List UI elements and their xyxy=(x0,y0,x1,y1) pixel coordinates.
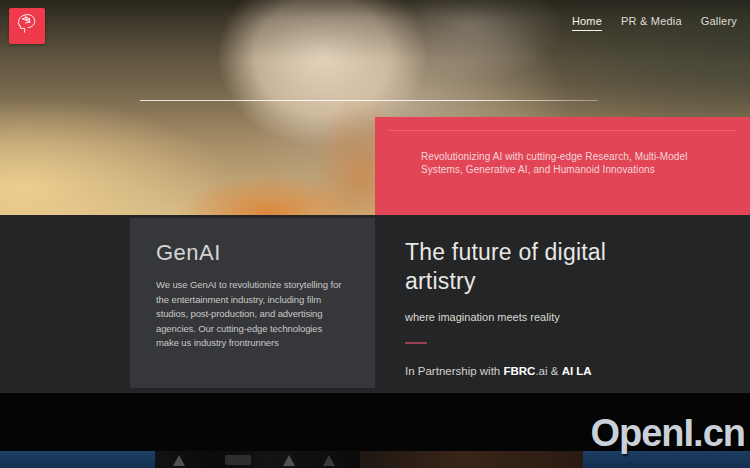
thumbnail-shape xyxy=(323,455,335,466)
site-logo[interactable] xyxy=(9,8,45,44)
genai-card: GenAI We use GenAI to revolutionize stor… xyxy=(130,218,375,388)
partnership-prefix: In Partnership with xyxy=(405,365,500,377)
partnership-line: In Partnership with FBRC.ai & AI LA xyxy=(405,365,705,377)
nav-item-pr-media[interactable]: PR & Media xyxy=(621,15,682,31)
future-subtitle: where imagination meets reality xyxy=(405,311,705,323)
thumbnail-shape xyxy=(173,455,185,466)
openi-watermark: OpenI.cn xyxy=(590,412,745,455)
partnership-ampersand: & xyxy=(551,365,559,377)
partner-aila: AI LA xyxy=(562,365,592,377)
banner-divider-line xyxy=(388,130,736,131)
red-dash-divider xyxy=(405,342,427,344)
hero-red-banner: Revolutionizing AI with cutting-edge Res… xyxy=(375,117,750,215)
future-section: The future of digital artistry where ima… xyxy=(405,238,705,377)
nav-item-gallery[interactable]: Gallery xyxy=(701,15,737,31)
future-title: The future of digital artistry xyxy=(405,238,655,296)
strip-thumbnail-dark-gallery xyxy=(155,451,360,468)
nav-item-home[interactable]: Home xyxy=(572,15,602,31)
content-band: GenAI We use GenAI to revolutionize stor… xyxy=(0,215,750,393)
strip-thumbnail-brown xyxy=(360,451,583,468)
genai-title: GenAI xyxy=(156,240,349,266)
top-navigation: Home PR & Media Gallery xyxy=(572,0,750,46)
banner-text: Revolutionizing AI with cutting-edge Res… xyxy=(375,117,750,176)
partner-fbrc: FBRC.ai xyxy=(503,365,547,377)
strip-thumbnail-blue-left xyxy=(0,451,155,468)
genai-body: We use GenAI to revolutionize storytelli… xyxy=(156,278,346,351)
ai-head-icon xyxy=(13,10,41,42)
thumbnail-shape xyxy=(225,455,251,465)
hero-divider-line xyxy=(140,100,598,101)
thumbnail-shape xyxy=(283,455,295,466)
